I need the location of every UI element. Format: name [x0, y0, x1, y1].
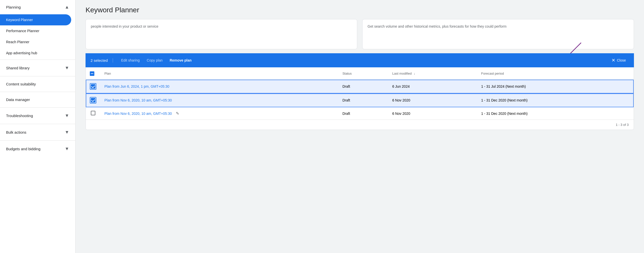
sort-icon: ↓ — [414, 72, 415, 75]
divider-4 — [0, 107, 75, 108]
sidebar-section-budgets-bidding-label: Budgets and bidding — [6, 147, 41, 151]
col-last-modified[interactable]: Last modified ↓ — [388, 67, 477, 80]
header-checkbox[interactable] — [90, 71, 94, 76]
row3-forecast-period: 1 - 31 Dec 2020 (Next month) — [477, 107, 634, 120]
col-forecast-period: Forecast period — [477, 67, 634, 80]
sidebar-item-keyword-planner-label: Keyword Planner — [6, 18, 33, 22]
row2-plan-link[interactable]: Plan from Nov 6, 2020, 10 am, GMT+05:30 — [104, 98, 172, 102]
main-header: Keyword Planner — [75, 0, 644, 19]
sidebar-section-bulk-actions-label: Bulk actions — [6, 130, 26, 134]
sidebar: Planning ▲ Keyword Planner Performance P… — [0, 0, 75, 253]
row1-checkbox-cell — [86, 80, 100, 93]
sidebar-section-planning-label: Planning — [6, 5, 21, 9]
action-bar: 2 selected Edit sharing Copy plan Remove… — [86, 53, 634, 67]
close-label: Close — [617, 58, 626, 62]
sidebar-section-content-suitability-header[interactable]: Content suitability — [0, 77, 75, 91]
sidebar-section-planning-header[interactable]: Planning ▲ — [0, 0, 75, 14]
plans-table-container: Plan Status Last modified ↓ Forecast per… — [86, 67, 634, 130]
sidebar-item-performance-planner[interactable]: Performance Planner — [0, 25, 71, 36]
sidebar-section-bulk-actions: Bulk actions ▼ — [0, 125, 75, 139]
row3-plan: Plan from Nov 6, 2020, 10 am, GMT+05:30 … — [100, 107, 338, 120]
sidebar-section-budgets-bidding: Budgets and bidding ▼ — [0, 142, 75, 156]
close-x-icon: ✕ — [612, 58, 615, 63]
divider-1 — [0, 60, 75, 60]
row2-checkbox-cell — [86, 93, 100, 107]
sidebar-item-performance-planner-label: Performance Planner — [6, 29, 39, 33]
sidebar-item-reach-planner[interactable]: Reach Planner — [0, 36, 71, 47]
row1-status: Draft — [338, 80, 388, 93]
divider-5 — [0, 124, 75, 124]
sidebar-section-troubleshooting-label: Troubleshooting — [6, 114, 33, 118]
troubleshooting-chevron: ▼ — [65, 113, 69, 118]
row3-status: Draft — [338, 107, 388, 120]
card-discover-keywords-text: people interested in your product or ser… — [91, 24, 158, 28]
selected-count: 2 selected — [91, 58, 113, 63]
sidebar-section-data-manager-header[interactable]: Data manager — [0, 93, 75, 106]
sidebar-section-shared-library-header[interactable]: Shared library ▼ — [0, 61, 75, 75]
row3-plan-cell: Plan from Nov 6, 2020, 10 am, GMT+05:30 … — [104, 111, 334, 116]
row1-checkbox-wrapper — [90, 83, 96, 90]
sidebar-item-app-advertising-hub-label: App advertising hub — [6, 51, 37, 55]
row2-status: Draft — [338, 93, 388, 107]
close-button[interactable]: ✕ Close — [609, 56, 629, 65]
col-status: Status — [338, 67, 388, 80]
card-discover-keywords: people interested in your product or ser… — [86, 19, 357, 49]
remove-plan-button[interactable]: Remove plan — [167, 56, 194, 64]
row2-last-modified: 6 Nov 2020 — [388, 93, 477, 107]
table-section: 2 selected Edit sharing Copy plan Remove… — [75, 53, 644, 135]
page-title: Keyword Planner — [86, 6, 634, 14]
sidebar-item-app-advertising-hub[interactable]: App advertising hub — [0, 47, 71, 59]
row1-plan: Plan from Jun 6, 2024, 1 pm, GMT+05:30 — [100, 80, 338, 93]
row1-plan-link[interactable]: Plan from Jun 6, 2024, 1 pm, GMT+05:30 — [104, 84, 169, 88]
row2-plan: Plan from Nov 6, 2020, 10 am, GMT+05:30 — [100, 93, 338, 107]
row2-forecast-period: 1 - 31 Dec 2020 (Next month) — [477, 93, 634, 107]
row3-last-modified: 6 Nov 2020 — [388, 107, 477, 120]
copy-plan-button[interactable]: Copy plan — [144, 56, 166, 64]
sidebar-item-keyword-planner[interactable]: Keyword Planner — [0, 14, 71, 25]
edit-sharing-button[interactable]: Edit sharing — [118, 56, 143, 64]
row2-checkbox[interactable] — [91, 98, 95, 103]
divider-2 — [0, 76, 75, 76]
row1-checkbox[interactable] — [91, 84, 95, 89]
cards-area: people interested in your product or ser… — [75, 19, 644, 55]
sidebar-section-shared-library-label: Shared library — [6, 66, 29, 70]
shared-library-chevron: ▼ — [65, 65, 69, 71]
sidebar-section-shared-library: Shared library ▼ — [0, 61, 75, 75]
row3-plan-link[interactable]: Plan from Nov 6, 2020, 10 am, GMT+05:30 — [104, 112, 172, 116]
sidebar-section-content-suitability-label: Content suitability — [6, 82, 36, 86]
planning-chevron: ▲ — [65, 5, 69, 10]
plans-table: Plan Status Last modified ↓ Forecast per… — [86, 67, 634, 120]
col-plan: Plan — [100, 67, 338, 80]
edit-icon[interactable]: ✎ — [176, 111, 179, 116]
sidebar-section-planning-items: Keyword Planner Performance Planner Reac… — [0, 14, 75, 59]
table-header-row: Plan Status Last modified ↓ Forecast per… — [86, 67, 634, 80]
main-content: Keyword Planner people interested in you… — [75, 0, 644, 253]
header-checkbox-cell — [86, 67, 100, 80]
table-row: Plan from Nov 6, 2020, 10 am, GMT+05:30 … — [86, 107, 634, 120]
row1-forecast-period: 1 - 31 Jul 2024 (Next month) — [477, 80, 634, 93]
sidebar-section-planning: Planning ▲ Keyword Planner Performance P… — [0, 0, 75, 59]
sidebar-section-content-suitability: Content suitability — [0, 77, 75, 91]
row2-checkbox-wrapper — [90, 97, 96, 104]
bulk-actions-chevron: ▼ — [65, 130, 69, 135]
row3-checkbox[interactable] — [91, 111, 95, 115]
divider-6 — [0, 140, 75, 141]
table-row: Plan from Nov 6, 2020, 10 am, GMT+05:30 … — [86, 93, 634, 107]
sidebar-section-data-manager-label: Data manager — [6, 97, 30, 102]
sidebar-item-reach-planner-label: Reach Planner — [6, 40, 29, 44]
row1-last-modified: 6 Jun 2024 — [388, 80, 477, 93]
table-row: Plan from Jun 6, 2024, 1 pm, GMT+05:30 D… — [86, 80, 634, 93]
card-search-volume: Get search volume and other historical m… — [362, 19, 634, 49]
sidebar-section-budgets-bidding-header[interactable]: Budgets and bidding ▼ — [0, 142, 75, 156]
row3-checkbox-cell — [86, 107, 100, 120]
sidebar-section-data-manager: Data manager — [0, 93, 75, 106]
pagination: 1 - 3 of 3 — [86, 120, 634, 130]
divider-3 — [0, 92, 75, 92]
budgets-bidding-chevron: ▼ — [65, 146, 69, 151]
card-search-volume-text: Get search volume and other historical m… — [368, 24, 506, 28]
pagination-text: 1 - 3 of 3 — [616, 123, 629, 127]
sidebar-section-troubleshooting: Troubleshooting ▼ — [0, 109, 75, 123]
sidebar-section-troubleshooting-header[interactable]: Troubleshooting ▼ — [0, 109, 75, 123]
sidebar-section-bulk-actions-header[interactable]: Bulk actions ▼ — [0, 125, 75, 139]
